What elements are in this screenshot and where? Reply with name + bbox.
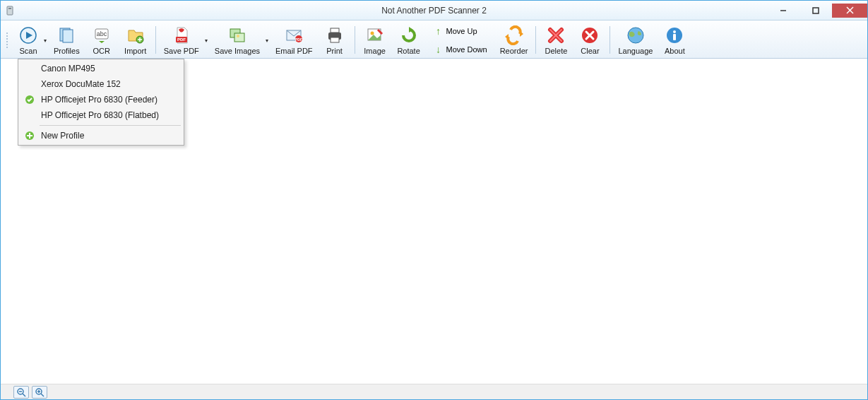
- images-icon: [227, 25, 247, 46]
- svg-rect-1: [8, 8, 11, 9]
- statusbar: [1, 384, 867, 399]
- print-label: Print: [326, 47, 343, 55]
- image-label: Image: [364, 47, 386, 55]
- svg-rect-16: [234, 33, 244, 42]
- profile-label: Canon MP495: [41, 64, 95, 73]
- toolbar-grip: [6, 22, 11, 58]
- move-group: ↑ Move Up ↓ Move Down: [426, 22, 495, 58]
- profile-label: Xerox DocuMate 152: [41, 79, 121, 89]
- move-up-label: Move Up: [446, 27, 477, 35]
- import-button[interactable]: Import: [119, 22, 153, 58]
- clear-button[interactable]: Clear: [573, 22, 607, 58]
- profiles-icon: [57, 25, 76, 46]
- svg-line-37: [23, 394, 25, 396]
- chevron-down-icon: ▾: [44, 37, 47, 43]
- svg-rect-21: [331, 28, 339, 33]
- pdf-icon: PDF: [172, 25, 191, 46]
- language-button[interactable]: Language: [613, 22, 658, 58]
- delete-label: Delete: [545, 47, 568, 55]
- svg-point-17: [237, 35, 239, 37]
- svg-point-32: [673, 30, 676, 33]
- chevron-down-icon: ▾: [205, 37, 208, 43]
- ocr-label: OCR: [93, 47, 109, 55]
- toolbar-separator: [610, 26, 610, 54]
- clear-icon: [580, 25, 600, 46]
- save-images-button[interactable]: Save Images ▾: [210, 22, 270, 58]
- window-controls: [767, 4, 867, 18]
- svg-rect-0: [7, 6, 13, 15]
- menu-separator: [40, 125, 181, 126]
- maximize-button[interactable]: [799, 4, 832, 18]
- save-pdf-label: Save PDF: [164, 47, 199, 55]
- move-down-label: Move Down: [446, 45, 487, 54]
- about-button[interactable]: About: [658, 22, 691, 58]
- svg-rect-33: [673, 34, 676, 40]
- move-up-button[interactable]: ↑ Move Up: [430, 23, 491, 39]
- reorder-button[interactable]: Reorder: [495, 22, 533, 58]
- clear-label: Clear: [581, 47, 599, 55]
- toolbar-separator: [155, 26, 156, 54]
- svg-text:abc: abc: [96, 30, 107, 37]
- toolbar-separator: [355, 26, 355, 54]
- minimize-button[interactable]: [767, 4, 799, 18]
- chevron-down-icon: ▾: [266, 37, 268, 43]
- language-label: Language: [618, 47, 653, 55]
- profiles-button[interactable]: Profiles: [49, 22, 85, 58]
- svg-point-25: [370, 32, 374, 35]
- check-icon: [24, 94, 35, 105]
- zoom-out-icon: [16, 387, 26, 397]
- move-down-button[interactable]: ↓ Move Down: [430, 42, 491, 57]
- save-pdf-button[interactable]: PDF Save PDF ▾: [159, 22, 210, 58]
- arrow-up-icon: ↑: [434, 25, 444, 37]
- app-icon: [5, 5, 16, 16]
- toolbar-separator: [535, 26, 536, 54]
- svg-rect-9: [63, 30, 73, 42]
- import-label: Import: [124, 47, 146, 55]
- ocr-button[interactable]: abc OCR: [85, 22, 119, 58]
- import-icon: [126, 25, 145, 46]
- zoom-out-button[interactable]: [13, 386, 29, 399]
- scan-dropdown: Canon MP495 Xerox DocuMate 152 HP Office…: [18, 59, 184, 146]
- profile-item[interactable]: HP Officejet Pro 6830 (Flatbed): [20, 107, 182, 123]
- info-icon: [665, 25, 684, 46]
- profile-label: HP Officejet Pro 6830 (Feeder): [41, 95, 157, 105]
- arrow-down-icon: ↓: [434, 44, 444, 55]
- profile-item[interactable]: Xerox DocuMate 152: [20, 76, 182, 92]
- new-profile-label: New Profile: [41, 131, 84, 141]
- scan-button[interactable]: Scan ▾: [13, 22, 49, 58]
- print-icon: [325, 25, 345, 46]
- new-profile-item[interactable]: New Profile: [20, 128, 182, 143]
- rotate-label: Rotate: [397, 47, 420, 55]
- profile-label: HP Officejet Pro 6830 (Flatbed): [41, 110, 159, 120]
- email-pdf-label: Email PDF: [275, 47, 313, 55]
- email-icon: PDF: [284, 25, 304, 46]
- email-pdf-button[interactable]: PDF Email PDF: [270, 22, 318, 58]
- titlebar: Not Another PDF Scanner 2: [1, 1, 867, 20]
- print-button[interactable]: Print: [318, 22, 352, 58]
- svg-rect-23: [331, 37, 339, 42]
- rotate-button[interactable]: Rotate: [392, 22, 426, 58]
- save-images-label: Save Images: [215, 47, 260, 55]
- profile-item[interactable]: HP Officejet Pro 6830 (Feeder): [20, 92, 182, 107]
- add-icon: [24, 130, 35, 141]
- about-label: About: [665, 47, 685, 55]
- globe-icon: [626, 25, 646, 46]
- toolbar: Scan ▾ Profiles abc OCR Import PDF Save …: [1, 20, 867, 59]
- svg-text:PDF: PDF: [177, 37, 186, 42]
- delete-icon: [546, 25, 566, 46]
- svg-rect-3: [813, 8, 819, 13]
- close-button[interactable]: [832, 4, 867, 18]
- svg-text:PDF: PDF: [295, 37, 302, 42]
- content-area: Canon MP495 Xerox DocuMate 152 HP Office…: [1, 59, 867, 384]
- image-edit-icon: [365, 25, 385, 46]
- scan-label: Scan: [19, 47, 37, 55]
- image-button[interactable]: Image: [358, 22, 392, 58]
- zoom-in-button[interactable]: [32, 386, 47, 399]
- rotate-icon: [399, 25, 419, 46]
- delete-button[interactable]: Delete: [539, 22, 573, 58]
- profile-item[interactable]: Canon MP495: [20, 61, 182, 76]
- reorder-label: Reorder: [500, 47, 528, 55]
- svg-line-40: [41, 394, 44, 396]
- ocr-icon: abc: [92, 25, 112, 46]
- scan-icon: [18, 25, 38, 46]
